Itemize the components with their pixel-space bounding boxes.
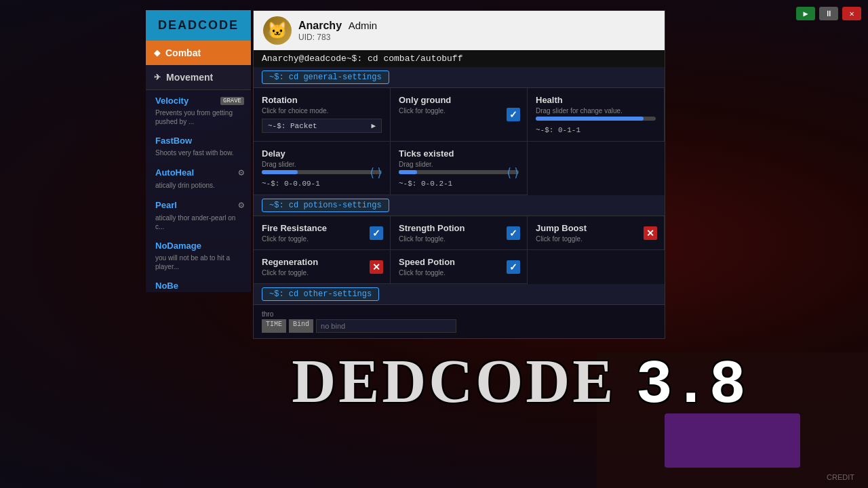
rotation-dropdown[interactable]: ~-$: Packet ▶	[262, 119, 382, 133]
autoheal-label: AutoHeal	[155, 167, 239, 178]
regeneration-toggle[interactable]: ✕	[370, 260, 383, 274]
fire-resistance-toggle[interactable]: ✓	[370, 226, 383, 240]
combat-icon: ◆	[154, 48, 160, 58]
delay-drag-icon: ⟨⟩	[368, 165, 383, 180]
velocity-badge: GRAVE	[220, 97, 244, 105]
pearl-label: Pearl	[155, 200, 239, 210]
health-name: Health	[536, 95, 656, 105]
ticks-existed-name: Ticks existed	[399, 148, 519, 159]
close-button[interactable]: ✕	[842, 7, 861, 20]
user-name-row: Anarchy Admin	[298, 20, 377, 33]
speed-potion-toggle[interactable]: ✓	[507, 260, 520, 274]
sidebar-item-movement[interactable]: ✈ Movement	[146, 65, 251, 89]
health-desc: Drag slider for change value.	[536, 107, 656, 115]
only-ground-cell: Only ground Click for toggle. ✓	[391, 88, 528, 142]
bind-badge: Bind	[289, 319, 313, 333]
user-name: Anarchy	[298, 20, 342, 31]
delay-name: Delay	[262, 148, 382, 159]
sidebar-item-pearl[interactable]: Pearl ⚙	[146, 195, 251, 212]
rotation-name: Rotation	[262, 95, 382, 105]
health-cell: Health Drag slider for change value. ~-$…	[528, 88, 665, 142]
avatar: 🐱	[263, 16, 292, 45]
pause-button[interactable]: ⏸	[819, 7, 838, 20]
jump-boost-desc: Click for toggle.	[536, 235, 656, 243]
other-cell-1: thro TIME Bind	[262, 310, 456, 333]
sidebar-item-nobe[interactable]: NoBe	[146, 277, 251, 292]
sidebar-item-nodamage[interactable]: NoDamage	[146, 237, 251, 252]
avatar-emoji: 🐱	[267, 21, 288, 41]
purple-overlay	[665, 413, 800, 468]
terminal-section-other: ~$: cd other-settings	[254, 284, 665, 305]
health-slider[interactable]	[536, 117, 656, 121]
velocity-label: Velocity	[155, 96, 218, 106]
autoheal-gear-icon[interactable]: ⚙	[239, 167, 244, 178]
speed-potion-desc: Click for toggle.	[399, 269, 519, 277]
time-badge: TIME	[262, 319, 286, 333]
general-section-label: ~$: cd general-settings	[262, 70, 389, 84]
terminal-section-potions: ~$: cd potions-settings	[254, 195, 665, 216]
potions-settings-grid: Fire Resistance Click for toggle. ✓ Stre…	[254, 216, 665, 284]
velocity-desc: Prevents you from getting pushed by ...	[146, 107, 251, 131]
ticks-existed-desc: Drag slider.	[399, 161, 519, 168]
regeneration-cell: Regeneration Click for toggle. ✕	[254, 250, 391, 284]
delay-value: ~-$: 0-0.09-1	[262, 180, 382, 188]
jump-boost-cell: Jump Boost Click for toggle. ✕	[528, 216, 665, 250]
terminal-line-1: Anarchy@deadcode~$: cd combat/autobuff	[254, 50, 665, 67]
user-role-text: Admin	[349, 20, 378, 31]
corner-text: CREDIT	[827, 473, 854, 481]
rotation-desc: Click for choice mode.	[262, 107, 382, 115]
sidebar-item-velocity-container: Velocity GRAVE Prevents you from getting…	[146, 89, 251, 292]
jump-boost-name: Jump Boost	[536, 223, 656, 233]
nodamage-desc: you will not be ab to hit a player...	[146, 252, 251, 277]
user-info: Anarchy Admin UID: 783	[298, 20, 377, 42]
other-settings-area: thro TIME Bind	[254, 305, 665, 338]
fire-resistance-desc: Click for toggle.	[262, 235, 382, 243]
rotation-cell: Rotation Click for choice mode. ~-$: Pac…	[254, 88, 391, 142]
content-panel: 🐱 Anarchy Admin UID: 783 Anarchy@deadcod…	[253, 10, 665, 339]
terminal-section-general: ~$: cd general-settings	[254, 67, 665, 88]
potions-section-label: ~$: cd potions-settings	[262, 199, 389, 212]
sidebar: DEADCODE ◆ Combat ✈ Movement Velocity GR…	[146, 10, 251, 292]
autoheal-desc: atically drin potions.	[146, 180, 251, 195]
sidebar-logo: DEADCODE	[146, 10, 251, 41]
ticks-slider-fill	[399, 170, 417, 174]
user-uid: UID: 783	[298, 33, 377, 42]
pearl-desc: atically thor ander-pearl on c...	[146, 212, 251, 237]
sidebar-item-combat[interactable]: ◆ Combat	[146, 41, 251, 65]
strength-potion-desc: Click for toggle.	[399, 235, 519, 243]
regeneration-name: Regeneration	[262, 257, 382, 267]
health-slider-fill	[536, 117, 644, 121]
strength-potion-cell: Strength Potion Click for toggle. ✓	[391, 216, 528, 250]
bind-input[interactable]	[316, 319, 456, 333]
fire-resistance-cell: Fire Resistance Click for toggle. ✓	[254, 216, 391, 250]
ticks-slider[interactable]	[399, 170, 519, 174]
ticks-drag-icon: ⟨⟩	[505, 165, 520, 180]
only-ground-name: Only ground	[399, 95, 519, 105]
fastbow-desc: Shoots very fast with bow.	[146, 147, 251, 163]
ticks-value: ~-$: 0-0.2-1	[399, 180, 519, 188]
sidebar-item-autoheal[interactable]: AutoHeal ⚙	[146, 163, 251, 180]
rotation-value: ~-$: Packet	[268, 122, 317, 130]
only-ground-toggle[interactable]: ✓	[507, 108, 520, 121]
user-header: 🐱 Anarchy Admin UID: 783	[254, 11, 665, 50]
pearl-gear-icon[interactable]: ⚙	[239, 199, 244, 211]
jump-boost-toggle[interactable]: ✕	[644, 226, 657, 240]
sidebar-item-velocity[interactable]: Velocity GRAVE	[146, 90, 251, 107]
strength-potion-toggle[interactable]: ✓	[507, 226, 520, 240]
other-row-1: TIME Bind	[262, 319, 456, 333]
delay-desc: Drag slider.	[262, 161, 382, 168]
fire-resistance-name: Fire Resistance	[262, 223, 382, 233]
video-controls: ▶ ⏸ ✕	[796, 7, 861, 20]
other-label-1: thro	[262, 310, 456, 318]
delay-slider[interactable]	[262, 170, 382, 174]
movement-icon: ✈	[154, 73, 161, 82]
regeneration-desc: Click for toggle.	[262, 269, 382, 277]
delay-slider-fill	[262, 170, 298, 174]
sidebar-item-fastbow[interactable]: FastBow	[146, 131, 251, 147]
health-value: ~-$: 0-1-1	[536, 126, 656, 134]
general-settings-grid: Rotation Click for choice mode. ~-$: Pac…	[254, 88, 665, 195]
other-section-label: ~$: cd other-settings	[262, 287, 379, 301]
ticks-existed-cell: Ticks existed Drag slider. ~-$: 0-0.2-1 …	[391, 142, 528, 195]
play-button[interactable]: ▶	[796, 7, 815, 20]
delay-cell: Delay Drag slider. ~-$: 0-0.09-1 ⟨⟩	[254, 142, 391, 195]
